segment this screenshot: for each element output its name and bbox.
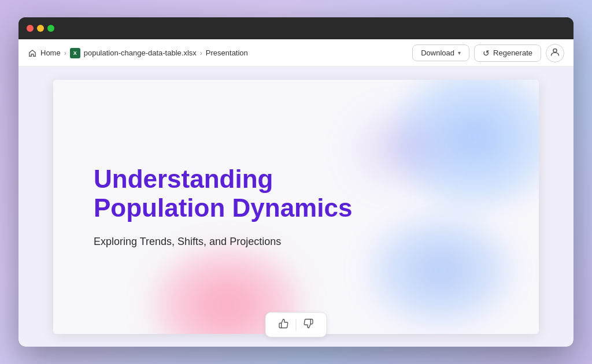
download-chevron-icon: ▾ [458,50,461,56]
download-label: Download [421,49,454,57]
thumbs-down-button[interactable] [299,316,319,333]
close-button[interactable] [27,25,34,32]
toolbar: Home › X population-change-data-table.xl… [18,39,574,67]
toolbar-actions: Download ▾ ↺ Regenerate [412,44,564,62]
home-icon [28,49,37,58]
browser-window: Home › X population-change-data-table.xl… [18,17,574,347]
file-name: population-change-data-table.xlsx [84,49,197,57]
breadcrumb-file[interactable]: X population-change-data-table.xlsx [70,48,197,58]
title-bar [18,17,574,39]
thumbs-up-icon [279,318,289,331]
breadcrumb-sep-2: › [200,49,202,57]
breadcrumb-sep-1: › [64,49,66,57]
slide-subtitle: Exploring Trends, Shifts, and Projection… [94,235,498,249]
regenerate-label: Regenerate [493,49,532,57]
content-area: Understanding Population Dynamics Explor… [18,67,574,347]
home-label: Home [40,49,61,57]
slide-content: Understanding Population Dynamics Explor… [94,165,498,249]
slide-title: Understanding Population Dynamics [94,165,371,223]
breadcrumb-current-page: Presentation [206,49,248,57]
excel-icon: X [70,48,80,58]
user-button[interactable] [546,44,564,62]
thumbs-down-icon [304,318,314,331]
traffic-lights [27,25,54,32]
user-icon [550,47,560,58]
download-button[interactable]: Download ▾ [412,44,469,61]
svg-point-0 [553,49,557,53]
fullscreen-button[interactable] [47,25,54,32]
feedback-bar [265,312,327,337]
minimize-button[interactable] [37,25,44,32]
breadcrumb: Home › X population-change-data-table.xl… [28,48,409,58]
feedback-divider [296,319,297,330]
breadcrumb-home[interactable]: Home [28,49,61,58]
regenerate-icon: ↺ [483,49,490,58]
regenerate-button[interactable]: ↺ Regenerate [474,44,541,62]
presentation-slide: Understanding Population Dynamics Explor… [53,80,539,334]
thumbs-up-button[interactable] [274,316,294,333]
